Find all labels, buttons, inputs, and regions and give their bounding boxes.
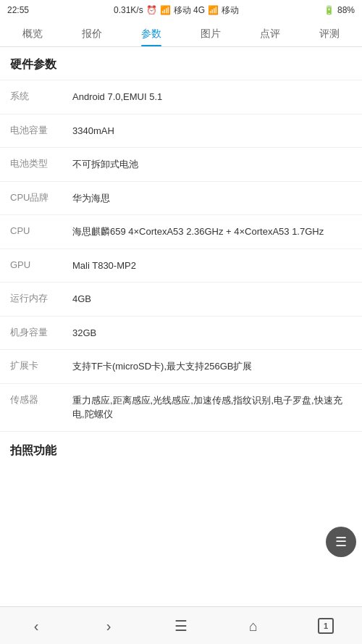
param-label-cpu-brand: CPU品牌 [0, 182, 65, 214]
param-value-storage: 32GB [65, 317, 362, 350]
param-label-sensor: 传感器 [0, 384, 65, 416]
signal2-label: 移动 [222, 4, 239, 17]
param-row-system: 系统 Android 7.0,EMUI 5.1 [0, 80, 362, 114]
param-row-storage: 机身容量 32GB [0, 317, 362, 351]
hardware-param-table: 系统 Android 7.0,EMUI 5.1 电池容量 3340mAH 电池类… [0, 80, 362, 432]
param-row-gpu: GPU Mali T830-MP2 [0, 249, 362, 283]
tabs-count: 1 [324, 622, 328, 630]
param-value-expansion: 支持TF卡(microSD卡),最大支持256GB扩展 [65, 350, 362, 383]
tab-params[interactable]: 参数 [122, 20, 181, 46]
status-center: 0.31K/s ⏰ 📶 移动 4G 📶 移动 [114, 4, 239, 17]
battery-icon: 🔋 [324, 5, 334, 15]
photo-section-title: 拍照功能 [0, 432, 362, 466]
status-bar: 22:55 0.31K/s ⏰ 📶 移动 4G 📶 移动 🔋 88% [0, 0, 362, 20]
nav-forward-button[interactable]: › [87, 611, 130, 640]
bottom-nav: ‹ › ☰ ⌂ 1 [0, 606, 362, 644]
tab-overview[interactable]: 概览 [3, 20, 62, 46]
tab-photos[interactable]: 图片 [181, 20, 240, 46]
nav-tabs-button[interactable]: 1 [304, 611, 348, 640]
param-label-system: 系统 [0, 80, 65, 112]
menu-icon: ☰ [174, 619, 188, 633]
signal-icon: 📶 [160, 5, 171, 15]
tab-price[interactable]: 报价 [62, 20, 122, 46]
param-value-cpu: 海思麒麟659 4×CortexA53 2.36GHz + 4×CortexA5… [65, 215, 362, 248]
signal2-icon: 📶 [208, 5, 219, 15]
home-icon: ⌂ [249, 619, 258, 633]
nav-menu-button[interactable]: ☰ [159, 611, 203, 640]
param-value-ram: 4GB [65, 283, 362, 316]
param-label-gpu: GPU [0, 249, 65, 281]
forward-icon: › [106, 619, 111, 633]
network-speed: 0.31K/s [114, 5, 143, 15]
time-display: 22:55 [7, 5, 29, 15]
tab-bar: 概览 报价 参数 图片 点评 评测 [0, 20, 362, 47]
hardware-section-title: 硬件参数 [0, 47, 362, 80]
param-row-cpu-brand: CPU品牌 华为海思 [0, 182, 362, 216]
param-row-expansion: 扩展卡 支持TF卡(microSD卡),最大支持256GB扩展 [0, 350, 362, 384]
tabs-count-badge: 1 [318, 618, 334, 634]
param-row-sensor: 传感器 重力感应,距离感应,光线感应,加速传感,指纹识别,电子罗盘,快速充电,陀… [0, 384, 362, 432]
param-label-expansion: 扩展卡 [0, 350, 65, 382]
clock-icon: ⏰ [146, 5, 157, 15]
param-row-battery-type: 电池类型 不可拆卸式电池 [0, 148, 362, 182]
param-label-storage: 机身容量 [0, 317, 65, 348]
param-label-cpu: CPU [0, 215, 65, 247]
battery-level: 88% [337, 5, 355, 15]
tab-evaluation[interactable]: 评测 [300, 20, 359, 46]
content-area: 硬件参数 系统 Android 7.0,EMUI 5.1 电池容量 3340mA… [0, 47, 362, 509]
nav-home-button[interactable]: ⌂ [232, 611, 275, 640]
network-label: 移动 4G [174, 4, 205, 17]
param-value-system: Android 7.0,EMUI 5.1 [65, 80, 362, 114]
param-label-battery-capacity: 电池容量 [0, 114, 65, 146]
back-icon: ‹ [34, 619, 39, 633]
tab-reviews[interactable]: 点评 [240, 20, 300, 46]
param-row-ram: 运行内存 4GB [0, 283, 362, 317]
param-value-cpu-brand: 华为海思 [65, 182, 362, 215]
status-time: 22:55 [7, 5, 29, 15]
status-right: 🔋 88% [324, 5, 355, 15]
param-value-sensor: 重力感应,距离感应,光线感应,加速传感,指纹识别,电子罗盘,快速充电,陀螺仪 [65, 384, 362, 431]
float-menu-button[interactable]: ☰ [326, 527, 356, 557]
param-label-ram: 运行内存 [0, 283, 65, 314]
param-row-battery-capacity: 电池容量 3340mAH [0, 114, 362, 149]
param-label-battery-type: 电池类型 [0, 148, 65, 180]
float-menu-icon: ☰ [335, 535, 347, 548]
nav-back-button[interactable]: ‹ [14, 611, 58, 640]
param-row-cpu: CPU 海思麒麟659 4×CortexA53 2.36GHz + 4×Cort… [0, 215, 362, 249]
param-value-gpu: Mali T830-MP2 [65, 249, 362, 283]
param-value-battery-type: 不可拆卸式电池 [65, 148, 362, 181]
param-value-battery-capacity: 3340mAH [65, 114, 362, 148]
